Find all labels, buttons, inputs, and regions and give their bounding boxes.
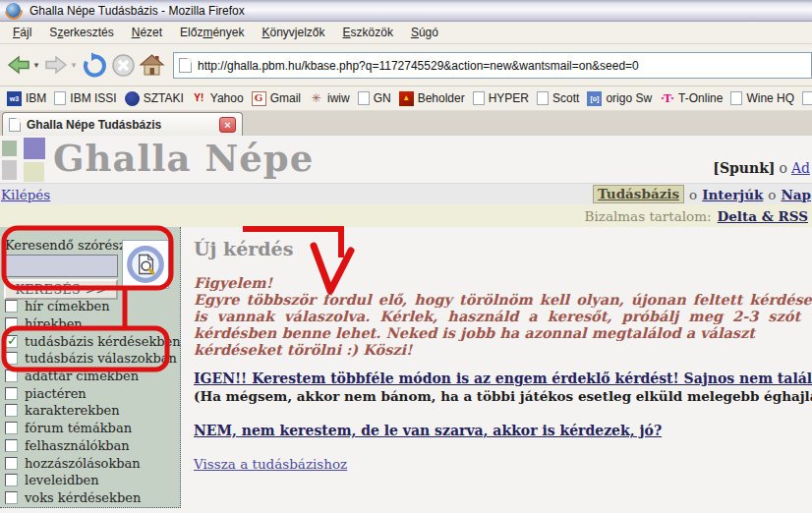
search-button[interactable]: KERESÉS >>	[4, 279, 118, 300]
bookmark-icon	[358, 91, 370, 105]
url-bar[interactable]: http://ghalla.pbm.hu/kbase.php?q=1172745…	[173, 52, 812, 79]
menu-bar: Fájl Szerkesztés Nézet Előzmények Könyvj…	[0, 22, 812, 44]
bookmark-icon	[730, 91, 742, 105]
bookmark-label: iwiw	[327, 91, 350, 105]
logo-square-pale	[24, 162, 44, 182]
menu-item[interactable]: Fájl	[4, 23, 40, 42]
checkbox[interactable]	[5, 352, 18, 365]
checkbox[interactable]	[5, 474, 18, 486]
reload-button[interactable]	[81, 49, 109, 81]
checkbox[interactable]	[5, 457, 18, 470]
bookmark-item[interactable]: HYPER	[471, 91, 535, 105]
bookmark-icon	[473, 91, 485, 105]
menu-item[interactable]: Súgó	[402, 23, 447, 42]
forward-dropdown-caret[interactable]: ▼	[70, 61, 78, 70]
bookmark-icon	[399, 91, 414, 106]
search-scope-row[interactable]: karakterekben	[5, 402, 177, 420]
checkbox[interactable]	[5, 491, 18, 504]
bookmark-item[interactable]: SZTAKI	[123, 91, 190, 106]
bookmark-item[interactable]: IBM	[5, 91, 52, 106]
menu-item-post: ények	[212, 26, 244, 39]
checkbox-label: voks kérdésekben	[25, 490, 141, 505]
bookmark-icon	[125, 91, 140, 106]
checkbox[interactable]	[5, 422, 18, 434]
search-scope-row[interactable]: hírekben	[5, 315, 177, 333]
bookmarks-toolbar: IBM IBM ISSI SZTAKI Yahoo Gmail iwiw GN …	[0, 86, 812, 111]
search-scope-row[interactable]: tudásbázis válaszokban	[5, 350, 177, 368]
navigation-toolbar: ▼ ▼ http://ghalla.pbm.hu/kbase.php?q=117…	[0, 44, 812, 86]
searched-yes-link[interactable]: IGEN!! Kerestem többféle módon is az eng…	[194, 370, 812, 386]
menu-item[interactable]: Nézet	[123, 23, 171, 42]
checkbox-label: fórum témákban	[25, 421, 132, 435]
tab-bar: Ghalla Népe Tudásbázis ×	[0, 111, 812, 136]
logo-square-green	[2, 141, 17, 156]
checkbox[interactable]	[5, 387, 18, 400]
bookmark-item[interactable]: Yahoo	[190, 91, 250, 106]
forward-button[interactable]	[43, 49, 69, 81]
note-text: (Ha mégsem, akkor nem bánom, ha a többi …	[194, 388, 812, 404]
site-nav-links: Tudásbázis o Interjúk o Nap	[593, 185, 811, 203]
search-scope-row[interactable]: hozzászólásokban	[5, 454, 177, 472]
confidential-link[interactable]: Delta & RSS	[718, 208, 808, 224]
search-scope-row[interactable]: piactéren	[5, 384, 177, 402]
search-scope-row[interactable]: adattár címekben	[5, 368, 177, 385]
tab-ghalla-nepe-tudasbazis[interactable]: Ghalla Népe Tudásbázis ×	[2, 112, 243, 136]
menu-item[interactable]: Szerkesztés	[40, 23, 122, 42]
tab-close-button[interactable]: ×	[219, 117, 236, 133]
checkbox[interactable]	[5, 439, 18, 452]
search-scope-row[interactable]: felhasználókban	[5, 437, 177, 455]
menu-item-accel: S	[411, 26, 419, 39]
menu-item[interactable]: Előzmények	[171, 23, 253, 42]
bookmark-item[interactable]: origo Sw	[585, 91, 658, 106]
checkbox[interactable]	[5, 317, 18, 330]
bookmark-item[interactable]: Wine HQ	[728, 91, 800, 105]
menu-item-post: ézet	[140, 26, 162, 39]
menu-item-accel: E	[343, 26, 351, 39]
header-link-cut[interactable]: Ad	[791, 160, 810, 176]
home-button[interactable]	[138, 49, 166, 81]
site-logo	[2, 138, 47, 183]
bookmark-item[interactable]: GN	[356, 91, 397, 105]
search-icon-button[interactable]	[122, 240, 169, 289]
search-scope-row[interactable]: fórum témákban	[5, 420, 177, 437]
checkbox-label: karakterekben	[25, 403, 120, 418]
searched-no-link[interactable]: NEM, nem kerestem, de le van szarva, akk…	[194, 423, 662, 438]
bookmark-label: T-Online	[678, 91, 723, 105]
bookmark-item[interactable]: DistroWa	[800, 91, 812, 105]
search-scope-row[interactable]: hír címekben	[5, 298, 177, 315]
back-dropdown-caret[interactable]: ▼	[32, 61, 40, 70]
document-magnifier-icon	[125, 244, 166, 285]
menu-item-post: úgó	[419, 26, 438, 39]
bookmark-item[interactable]: Gmail	[250, 91, 307, 106]
checkbox-label: hírekben	[25, 316, 83, 331]
nav-link-cut[interactable]: Nap	[781, 187, 811, 202]
back-to-knowledgebase-link[interactable]: Vissza a tudásbázishoz	[194, 456, 812, 472]
nav-link-interjuk[interactable]: Interjúk	[702, 187, 763, 202]
nav-tab-tudasbazis[interactable]: Tudásbázis	[593, 185, 684, 203]
bookmark-item[interactable]: T-Online	[658, 91, 728, 106]
checkbox[interactable]	[5, 404, 18, 417]
bookmark-item[interactable]: iwiw	[307, 91, 356, 106]
bookmark-item[interactable]: IBM ISSI	[52, 91, 122, 105]
search-sidebar: Keresendő szórész: KERESÉS >> hír címekb…	[0, 227, 181, 508]
menu-item[interactable]: Könyvjelzők	[253, 23, 333, 42]
separator: o	[689, 187, 697, 202]
bookmark-label: Beholder	[418, 91, 465, 105]
logout-link[interactable]: Kilépés	[1, 187, 50, 202]
bookmark-item[interactable]: Scott	[535, 91, 585, 105]
bookmark-icon	[192, 91, 206, 106]
bookmark-label: HYPER	[489, 91, 529, 105]
search-scope-row[interactable]: tudásbázis kérdésekben	[5, 332, 177, 350]
search-scope-row[interactable]: leveleidben	[5, 472, 177, 489]
stop-button[interactable]	[109, 49, 138, 81]
confidential-label: Bizalmas tartalom:	[585, 208, 712, 224]
menu-item[interactable]: Eszközök	[334, 23, 402, 42]
search-input[interactable]	[4, 255, 118, 277]
checkbox[interactable]	[5, 370, 18, 382]
checkbox[interactable]	[5, 335, 18, 348]
back-button[interactable]	[6, 49, 31, 81]
search-scope-row[interactable]: voks kérdésekben	[5, 489, 177, 507]
checkbox[interactable]	[5, 300, 18, 313]
bookmark-item[interactable]: Beholder	[397, 91, 471, 106]
page-favicon-icon	[179, 58, 192, 73]
